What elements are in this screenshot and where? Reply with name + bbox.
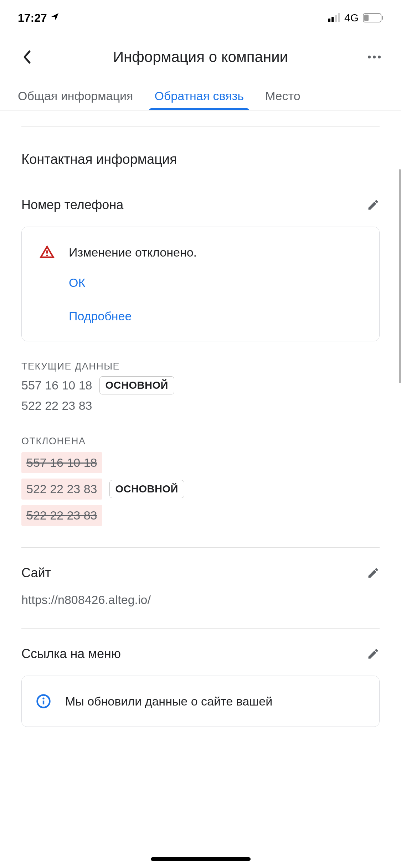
tabs: Общая информация Обратная связь Место (0, 82, 401, 110)
site-row: Сайт (21, 565, 380, 580)
alert-header: Изменение отклонено. (40, 245, 365, 260)
current-phone-row: 557 16 10 18 ОСНОВНОЙ (21, 376, 380, 394)
phone-field-row: Номер телефона (21, 197, 380, 212)
content: Контактная информация Номер телефона Изм… (0, 126, 401, 727)
network-label: 4G (344, 12, 359, 24)
location-icon (51, 12, 59, 24)
status-right: 4G 24 (328, 12, 383, 24)
phone-number: 522 22 23 83 (21, 399, 92, 413)
status-left: 17:27 (18, 11, 59, 25)
more-button[interactable] (365, 48, 383, 66)
current-phone-row: 522 22 23 83 (21, 399, 380, 413)
chevron-left-icon (22, 50, 31, 64)
page-title: Информация о компании (36, 48, 365, 66)
menu-section: Ссылка на меню Мы обновили данные о сайт… (21, 646, 380, 727)
menu-row: Ссылка на меню (21, 646, 380, 661)
info-text: Мы обновили данные о сайте вашей (65, 694, 272, 708)
more-icon (368, 56, 381, 58)
status-bar: 17:27 4G 24 (0, 0, 401, 36)
tab-location[interactable]: Место (255, 82, 311, 110)
current-data-label: ТЕКУЩИЕ ДАННЫЕ (21, 361, 380, 372)
alert-buttons: ОК Подробнее (69, 276, 365, 323)
site-url: https://n808426.alteg.io/ (21, 593, 380, 607)
phone-label: Номер телефона (21, 197, 123, 212)
status-time: 17:27 (18, 11, 47, 25)
current-data-section: ТЕКУЩИЕ ДАННЫЕ 557 16 10 18 ОСНОВНОЙ 522… (21, 361, 380, 413)
pencil-icon[interactable] (367, 647, 380, 660)
warning-icon (40, 245, 55, 260)
scroll-indicator[interactable] (399, 169, 401, 383)
pencil-icon[interactable] (367, 198, 380, 211)
info-icon (36, 694, 51, 709)
rejected-section: ОТКЛОНЕНА 557 16 10 18 522 22 23 83 ОСНО… (21, 436, 380, 526)
phone-number: 557 16 10 18 (21, 378, 92, 392)
primary-badge: ОСНОВНОЙ (99, 376, 174, 394)
rejected-phone-number: 557 16 10 18 (21, 452, 102, 473)
rejected-phone-row: 557 16 10 18 (21, 452, 380, 473)
rejected-label: ОТКЛОНЕНА (21, 436, 380, 447)
alert-more-button[interactable]: Подробнее (69, 309, 365, 323)
home-indicator[interactable] (151, 857, 251, 861)
rejected-phone-number: 522 22 23 83 (21, 479, 102, 500)
rejected-phone-row: 522 22 23 83 ОСНОВНОЙ (21, 479, 380, 500)
info-box: Мы обновили данные о сайте вашей (21, 676, 380, 727)
rejected-phone-number: 522 22 23 83 (21, 505, 102, 526)
app-header: Информация о компании (0, 36, 401, 82)
alert-message: Изменение отклонено. (69, 246, 197, 259)
alert-box: Изменение отклонено. ОК Подробнее (21, 227, 380, 341)
tab-feedback[interactable]: Обратная связь (144, 82, 255, 110)
svg-point-1 (46, 254, 48, 256)
divider (21, 547, 380, 548)
primary-badge: ОСНОВНОЙ (109, 480, 184, 498)
svg-point-3 (42, 698, 44, 699)
alert-ok-button[interactable]: ОК (69, 276, 365, 290)
site-label: Сайт (21, 565, 51, 580)
signal-icon (328, 14, 340, 22)
battery-icon: 24 (363, 13, 383, 22)
pencil-icon[interactable] (367, 567, 380, 579)
divider (21, 126, 380, 127)
back-button[interactable] (18, 48, 36, 66)
site-section: Сайт https://n808426.alteg.io/ (21, 565, 380, 607)
divider (21, 628, 380, 629)
rejected-phone-row: 522 22 23 83 (21, 505, 380, 526)
section-title: Контактная информация (21, 152, 380, 167)
menu-label: Ссылка на меню (21, 646, 121, 661)
tab-general[interactable]: Общая информация (18, 82, 144, 110)
